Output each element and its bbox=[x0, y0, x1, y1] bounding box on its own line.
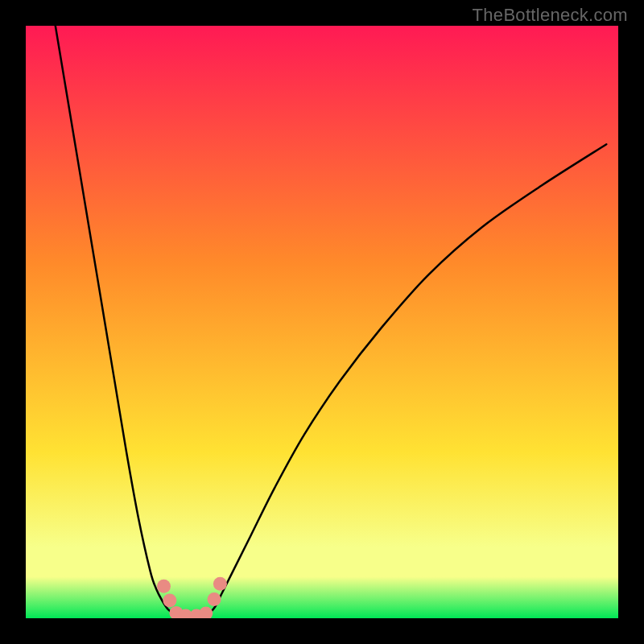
plot-area bbox=[26, 26, 618, 618]
chart-frame: TheBottleneck.com bbox=[0, 0, 644, 644]
gradient-background bbox=[26, 26, 618, 618]
dot-right-lower bbox=[208, 592, 221, 606]
dot-left-upper bbox=[157, 580, 171, 593]
dot-right-upper bbox=[213, 577, 227, 591]
dot-left-lower bbox=[163, 593, 176, 607]
chart-svg bbox=[26, 26, 618, 618]
watermark-text: TheBottleneck.com bbox=[473, 5, 628, 26]
